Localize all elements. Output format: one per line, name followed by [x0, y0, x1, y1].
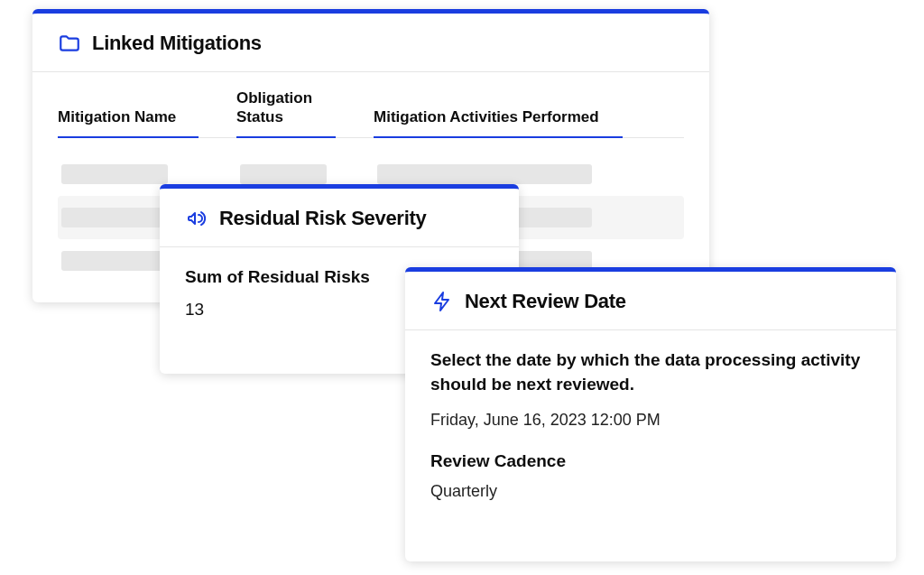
residual-risk-header: Residual Risk Severity: [160, 189, 519, 246]
review-date-value[interactable]: Friday, June 16, 2023 12:00 PM: [430, 411, 871, 430]
next-review-body: Select the date by which the data proces…: [405, 330, 896, 521]
skeleton-cell: [61, 251, 168, 271]
cadence-label: Review Cadence: [430, 451, 871, 471]
skeleton-cell: [61, 208, 168, 227]
next-review-header: Next Review Date: [405, 272, 896, 329]
residual-risk-title: Residual Risk Severity: [219, 207, 426, 230]
review-prompt: Select the date by which the data proces…: [430, 348, 871, 396]
cadence-value[interactable]: Quarterly: [430, 482, 871, 501]
next-review-title: Next Review Date: [465, 290, 626, 313]
column-header-status[interactable]: Obligation Status: [236, 88, 336, 138]
folder-icon: [58, 32, 81, 55]
skeleton-cell: [377, 164, 592, 184]
skeleton-cell: [240, 164, 327, 184]
next-review-card: Next Review Date Select the date by whic…: [405, 267, 896, 561]
column-header-activities[interactable]: Mitigation Activities Performed: [374, 107, 623, 137]
megaphone-icon: [185, 207, 208, 230]
linked-mitigations-title: Linked Mitigations: [92, 32, 262, 55]
table-header-row: Mitigation Name Obligation Status Mitiga…: [58, 88, 684, 138]
column-header-name[interactable]: Mitigation Name: [58, 107, 199, 137]
skeleton-cell: [61, 164, 168, 184]
linked-mitigations-header: Linked Mitigations: [32, 14, 709, 71]
lightning-icon: [430, 290, 454, 313]
